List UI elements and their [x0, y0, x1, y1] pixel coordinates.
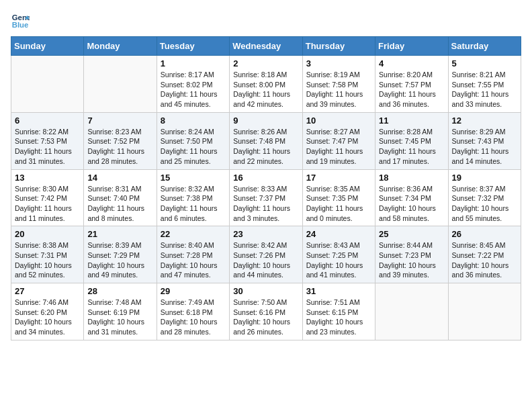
day-info: Sunrise: 8:29 AMSunset: 7:43 PMDaylight:… — [452, 127, 517, 167]
calendar-cell: 20Sunrise: 8:38 AMSunset: 7:31 PMDayligh… — [11, 226, 84, 283]
day-number: 7 — [87, 116, 152, 126]
calendar-cell: 1Sunrise: 8:17 AMSunset: 8:02 PMDaylight… — [157, 56, 229, 113]
header: General Blue — [11, 11, 521, 30]
day-info: Sunrise: 8:23 AMSunset: 7:52 PMDaylight:… — [87, 127, 152, 167]
calendar-cell: 19Sunrise: 8:37 AMSunset: 7:32 PMDayligh… — [448, 169, 521, 226]
calendar-cell: 7Sunrise: 8:23 AMSunset: 7:52 PMDaylight… — [84, 112, 157, 169]
day-number: 23 — [233, 229, 298, 239]
day-number: 21 — [87, 229, 152, 239]
day-number: 10 — [306, 116, 371, 126]
day-number: 15 — [161, 173, 226, 183]
calendar-cell: 4Sunrise: 8:20 AMSunset: 7:57 PMDaylight… — [375, 56, 448, 113]
calendar-cell: 18Sunrise: 8:36 AMSunset: 7:34 PMDayligh… — [375, 169, 448, 226]
calendar-cell: 22Sunrise: 8:40 AMSunset: 7:28 PMDayligh… — [157, 226, 229, 283]
day-info: Sunrise: 8:42 AMSunset: 7:26 PMDaylight:… — [233, 240, 298, 280]
day-number: 24 — [306, 229, 371, 239]
day-number: 13 — [15, 173, 80, 183]
day-info: Sunrise: 8:32 AMSunset: 7:38 PMDaylight:… — [161, 184, 226, 224]
day-info: Sunrise: 8:24 AMSunset: 7:50 PMDaylight:… — [161, 127, 226, 167]
svg-text:Blue: Blue — [12, 21, 29, 29]
day-number: 22 — [161, 229, 226, 239]
day-header-thursday: Thursday — [302, 37, 375, 56]
day-info: Sunrise: 8:19 AMSunset: 7:58 PMDaylight:… — [306, 70, 371, 109]
day-number: 1 — [161, 58, 226, 68]
day-number: 9 — [233, 116, 298, 126]
calendar-cell: 16Sunrise: 8:33 AMSunset: 7:37 PMDayligh… — [230, 169, 302, 226]
day-number: 4 — [379, 58, 444, 68]
logo-icon: General Blue — [11, 11, 30, 30]
day-number: 14 — [87, 173, 152, 183]
day-number: 19 — [452, 173, 517, 183]
day-info: Sunrise: 8:39 AMSunset: 7:29 PMDaylight:… — [87, 240, 152, 280]
day-info: Sunrise: 8:44 AMSunset: 7:23 PMDaylight:… — [379, 240, 444, 280]
calendar-cell: 10Sunrise: 8:27 AMSunset: 7:47 PMDayligh… — [302, 112, 375, 169]
day-info: Sunrise: 7:50 AMSunset: 6:16 PMDaylight:… — [233, 298, 298, 337]
day-info: Sunrise: 8:30 AMSunset: 7:42 PMDaylight:… — [15, 184, 80, 224]
day-number: 12 — [452, 116, 517, 126]
day-number: 17 — [306, 173, 371, 183]
day-number: 16 — [233, 173, 298, 183]
calendar-cell: 14Sunrise: 8:31 AMSunset: 7:40 PMDayligh… — [84, 169, 157, 226]
calendar-cell — [448, 283, 521, 340]
day-number: 3 — [306, 58, 371, 68]
calendar-week-row: 27Sunrise: 7:46 AMSunset: 6:20 PMDayligh… — [11, 283, 521, 340]
day-number: 18 — [379, 173, 444, 183]
day-info: Sunrise: 7:49 AMSunset: 6:18 PMDaylight:… — [161, 298, 226, 337]
day-number: 20 — [15, 229, 80, 239]
day-info: Sunrise: 8:38 AMSunset: 7:31 PMDaylight:… — [15, 240, 80, 280]
calendar-cell: 17Sunrise: 8:35 AMSunset: 7:35 PMDayligh… — [302, 169, 375, 226]
day-info: Sunrise: 7:48 AMSunset: 6:19 PMDaylight:… — [87, 298, 152, 337]
day-info: Sunrise: 8:33 AMSunset: 7:37 PMDaylight:… — [233, 184, 298, 224]
day-number: 27 — [15, 286, 80, 296]
day-header-wednesday: Wednesday — [230, 37, 302, 56]
day-info: Sunrise: 8:22 AMSunset: 7:53 PMDaylight:… — [15, 127, 80, 167]
calendar-cell — [84, 56, 157, 113]
day-info: Sunrise: 7:51 AMSunset: 6:15 PMDaylight:… — [306, 298, 371, 337]
calendar-cell: 31Sunrise: 7:51 AMSunset: 6:15 PMDayligh… — [302, 283, 375, 340]
day-number: 29 — [161, 286, 226, 296]
calendar-cell: 21Sunrise: 8:39 AMSunset: 7:29 PMDayligh… — [84, 226, 157, 283]
day-info: Sunrise: 8:20 AMSunset: 7:57 PMDaylight:… — [379, 70, 444, 109]
calendar-cell: 29Sunrise: 7:49 AMSunset: 6:18 PMDayligh… — [157, 283, 229, 340]
calendar-cell — [11, 56, 84, 113]
day-info: Sunrise: 8:36 AMSunset: 7:34 PMDaylight:… — [379, 184, 444, 224]
day-number: 5 — [452, 58, 517, 68]
calendar-cell: 28Sunrise: 7:48 AMSunset: 6:19 PMDayligh… — [84, 283, 157, 340]
calendar-cell: 15Sunrise: 8:32 AMSunset: 7:38 PMDayligh… — [157, 169, 229, 226]
day-info: Sunrise: 8:17 AMSunset: 8:02 PMDaylight:… — [161, 70, 226, 109]
day-number: 30 — [233, 286, 298, 296]
calendar-table: SundayMondayTuesdayWednesdayThursdayFrid… — [11, 36, 521, 340]
day-number: 6 — [15, 116, 80, 126]
calendar-cell: 23Sunrise: 8:42 AMSunset: 7:26 PMDayligh… — [230, 226, 302, 283]
day-number: 28 — [87, 286, 152, 296]
day-number: 11 — [379, 116, 444, 126]
day-info: Sunrise: 8:35 AMSunset: 7:35 PMDaylight:… — [306, 184, 371, 224]
calendar-cell: 13Sunrise: 8:30 AMSunset: 7:42 PMDayligh… — [11, 169, 84, 226]
calendar-cell: 24Sunrise: 8:43 AMSunset: 7:25 PMDayligh… — [302, 226, 375, 283]
calendar-cell: 8Sunrise: 8:24 AMSunset: 7:50 PMDaylight… — [157, 112, 229, 169]
day-header-sunday: Sunday — [11, 37, 84, 56]
calendar-cell: 26Sunrise: 8:45 AMSunset: 7:22 PMDayligh… — [448, 226, 521, 283]
calendar-cell: 3Sunrise: 8:19 AMSunset: 7:58 PMDaylight… — [302, 56, 375, 113]
day-info: Sunrise: 8:21 AMSunset: 7:55 PMDaylight:… — [452, 70, 517, 109]
calendar-cell: 25Sunrise: 8:44 AMSunset: 7:23 PMDayligh… — [375, 226, 448, 283]
day-info: Sunrise: 8:31 AMSunset: 7:40 PMDaylight:… — [87, 184, 152, 224]
logo: General Blue — [11, 11, 32, 30]
day-number: 31 — [306, 286, 371, 296]
calendar-cell: 11Sunrise: 8:28 AMSunset: 7:45 PMDayligh… — [375, 112, 448, 169]
day-info: Sunrise: 8:27 AMSunset: 7:47 PMDaylight:… — [306, 127, 371, 167]
calendar-week-row: 1Sunrise: 8:17 AMSunset: 8:02 PMDaylight… — [11, 56, 521, 113]
day-number: 26 — [452, 229, 517, 239]
day-info: Sunrise: 8:45 AMSunset: 7:22 PMDaylight:… — [452, 240, 517, 280]
day-info: Sunrise: 8:26 AMSunset: 7:48 PMDaylight:… — [233, 127, 298, 167]
day-header-monday: Monday — [84, 37, 157, 56]
day-info: Sunrise: 8:28 AMSunset: 7:45 PMDaylight:… — [379, 127, 444, 167]
day-info: Sunrise: 8:43 AMSunset: 7:25 PMDaylight:… — [306, 240, 371, 280]
day-header-tuesday: Tuesday — [157, 37, 229, 56]
calendar-week-row: 13Sunrise: 8:30 AMSunset: 7:42 PMDayligh… — [11, 169, 521, 226]
calendar-cell — [375, 283, 448, 340]
day-number: 8 — [161, 116, 226, 126]
calendar-week-row: 6Sunrise: 8:22 AMSunset: 7:53 PMDaylight… — [11, 112, 521, 169]
day-info: Sunrise: 7:46 AMSunset: 6:20 PMDaylight:… — [15, 298, 80, 337]
day-info: Sunrise: 8:37 AMSunset: 7:32 PMDaylight:… — [452, 184, 517, 224]
